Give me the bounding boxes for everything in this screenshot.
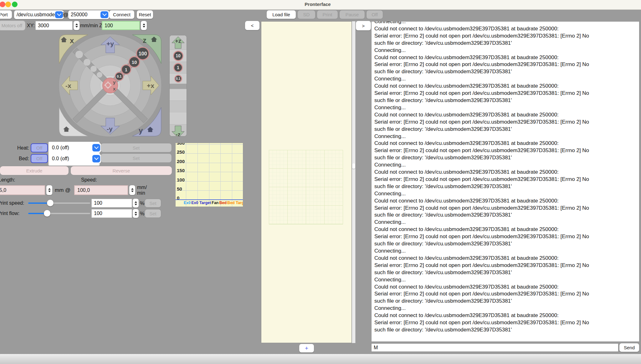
svg-text:-z: -z — [176, 131, 181, 136]
log-line: Connecting... — [374, 104, 636, 111]
z-feedrate-stepper[interactable] — [141, 21, 147, 30]
extrude-length-stepper[interactable] — [46, 185, 52, 195]
legend-entry: Ex0 Target — [191, 201, 211, 205]
extrude-speed-input[interactable]: 100,0 — [74, 185, 128, 195]
jog-distance-0.1[interactable]: 0.1 — [115, 72, 123, 80]
log-output[interactable]: Connecting...Could not connect to /dev/c… — [371, 21, 639, 342]
z-strip-band[interactable] — [170, 89, 187, 100]
log-line: such file or directory: '/dev/cu.usbmode… — [374, 212, 636, 219]
log-line: Serial error: [Errno 2] could not open p… — [374, 90, 636, 97]
length-label: Length: — [0, 177, 15, 183]
bed-label: Bed: — [19, 156, 29, 161]
pause-button: Pause — [340, 10, 365, 19]
log-line: Serial error: [Errno 2] could not open p… — [374, 319, 636, 326]
heat-label: Heat: — [17, 145, 29, 151]
temp-gridline — [220, 143, 221, 207]
z-feed-label: mm/min Z: — [80, 23, 104, 28]
xy-feedrate-stepper[interactable] — [74, 21, 79, 30]
percent-label: % — [140, 201, 144, 206]
reverse-button[interactable]: Reverse — [71, 166, 172, 175]
command-input[interactable] — [371, 343, 618, 352]
print-flow-slider-thumb[interactable] — [44, 210, 50, 217]
jog-center[interactable]: y x — [103, 78, 118, 93]
log-line: Could not connect to /dev/cu.usbmodem329… — [374, 83, 636, 90]
viewer-zoom-in-button[interactable]: + — [299, 344, 314, 352]
log-line: Connecting... — [374, 161, 636, 169]
viewer-scrollbar[interactable] — [352, 21, 356, 343]
heat-off-toggle[interactable]: Off — [31, 143, 48, 152]
log-line: Connecting... — [374, 133, 636, 140]
legend-entry: Fan — [212, 201, 218, 205]
z-distance-0.1[interactable]: 0.1 — [170, 73, 187, 84]
collapse-left-panel-button[interactable]: < — [245, 21, 259, 30]
log-line: Could not connect to /dev/cu.usbmodem329… — [374, 255, 636, 262]
print-speed-slider[interactable] — [28, 203, 90, 204]
log-line: such file or directory: '/dev/cu.usbmode… — [374, 240, 636, 248]
xy-feedrate-input[interactable] — [35, 21, 73, 30]
bed-set-button: Set — [101, 154, 172, 162]
z-minus-button[interactable]: -z — [170, 124, 187, 136]
home-z-letter: z — [143, 36, 146, 44]
print-flow-slider[interactable] — [28, 213, 90, 214]
z-distance-10[interactable]: 10 — [170, 49, 187, 62]
send-button[interactable]: Send — [619, 343, 639, 352]
z-jog-strip[interactable]: +z 10 1 0.1 -z — [170, 35, 187, 136]
connect-button[interactable]: Connect — [109, 10, 134, 19]
load-file-button[interactable]: Load file — [267, 10, 296, 19]
log-line: Serial error: [Errno 2] could not open p… — [374, 147, 636, 154]
extrude-button[interactable]: Extrude — [0, 166, 69, 175]
window-bottom-bar — [0, 354, 641, 364]
log-line: Connecting... — [374, 219, 636, 226]
bed-temp-select[interactable]: 0.0 (off) — [49, 154, 101, 163]
jog-distance-1[interactable]: 1 — [121, 65, 131, 74]
svg-text:-y: -y — [107, 125, 113, 132]
log-line: Could not connect to /dev/cu.usbmodem329… — [374, 111, 636, 119]
extrude-speed-stepper[interactable] — [129, 185, 135, 195]
z-strip-band[interactable] — [170, 112, 187, 124]
gcode-viewer[interactable] — [261, 21, 352, 343]
log-line: such file or directory: '/dev/cu.usbmode… — [374, 40, 636, 47]
log-line: Could not connect to /dev/cu.usbmodem329… — [374, 25, 636, 33]
reset-button[interactable]: Reset — [137, 10, 153, 19]
bed-temp-value: 0.0 (off) — [52, 156, 69, 161]
mm-at-label: mm @ — [55, 187, 70, 193]
log-line: Could not connect to /dev/cu.usbmodem329… — [374, 54, 636, 61]
speed-label: Speed: — [81, 177, 97, 183]
chevron-down-icon — [92, 144, 100, 151]
temp-axis-label: 150 — [177, 168, 185, 173]
z-strip-band[interactable] — [170, 100, 187, 112]
z-feedrate-input[interactable] — [102, 21, 140, 30]
print-speed-slider-thumb[interactable] — [47, 200, 54, 206]
log-line: such file or directory: '/dev/cu.usbmode… — [374, 154, 636, 161]
jog-distance-100[interactable]: 100 — [136, 47, 149, 60]
jog-pad[interactable]: x z y +y -y -x +x — [58, 33, 162, 137]
baudrate-select[interactable]: 250000 — [68, 10, 109, 19]
print-flow-set-button: Set — [145, 209, 161, 218]
legend-entry: Ex0 — [184, 201, 191, 205]
z-plus-button[interactable]: +z — [170, 35, 187, 49]
print-flow-input[interactable] — [91, 209, 132, 218]
heat-temp-value: 0.0 (off) — [52, 145, 69, 151]
log-line: Serial error: [Errno 2] could not open p… — [374, 205, 636, 212]
log-line: Serial error: [Errno 2] could not open p… — [374, 33, 636, 40]
print-speed-input[interactable] — [91, 199, 132, 208]
temp-graph-legend: Ex0Ex0 TargetFanBedBed Target — [184, 201, 243, 205]
print-speed-stepper[interactable] — [133, 199, 139, 208]
port-select[interactable]: /dev/cu.usbmodem32 — [14, 10, 64, 19]
bed-off-toggle[interactable]: Off — [31, 154, 48, 163]
extrude-length-input[interactable]: 5,0 — [0, 185, 45, 195]
collapse-right-panel-button[interactable]: > — [356, 21, 371, 30]
log-line: Could not connect to /dev/cu.usbmodem329… — [374, 169, 636, 176]
heat-temp-select[interactable]: 0.0 (off) — [49, 143, 101, 152]
temp-axis-label: 100 — [177, 177, 185, 183]
print-flow-label: Print flow: — [0, 211, 19, 216]
home-y-letter: y — [139, 126, 143, 135]
z-distance-1[interactable]: 1 — [170, 62, 187, 73]
print-speed-set-button: Set — [145, 199, 161, 207]
print-flow-stepper[interactable] — [133, 209, 139, 218]
splitter-handle[interactable] — [352, 163, 355, 169]
port-button[interactable]: Port — [0, 10, 12, 19]
temp-axis-label: 50 — [177, 186, 182, 192]
z-strip-band[interactable] — [170, 84, 187, 89]
log-line: such file or directory: '/dev/cu.usbmode… — [374, 126, 636, 133]
